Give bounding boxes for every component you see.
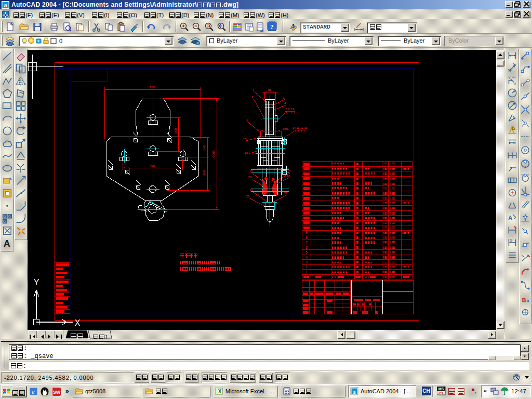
svg-text:0: 0: [59, 38, 62, 44]
svg-text:760: 760: [150, 86, 155, 89]
svg-text:490: 490: [150, 164, 155, 167]
svg-text:Y: Y: [508, 76, 511, 79]
svg-text:Y: Y: [34, 278, 39, 287]
svg-text:9005: 9005: [212, 150, 215, 157]
svg-text:a: a: [4, 2, 7, 9]
svg-text:4: 4: [284, 102, 286, 105]
svg-text:3: 3: [305, 260, 308, 264]
svg-text:1: 1: [252, 89, 255, 92]
svg-text:15: 15: [243, 138, 247, 141]
svg-text:85: 85: [268, 88, 272, 91]
svg-text:5: 5: [305, 250, 308, 254]
svg-text:250: 250: [174, 128, 177, 134]
svg-text:4: 4: [305, 256, 308, 259]
svg-text:»: »: [65, 388, 69, 395]
svg-text:1: 1: [305, 270, 308, 274]
svg-text:PY: PY: [438, 391, 444, 395]
svg-text:23: 23: [246, 195, 250, 198]
svg-text:21: 21: [250, 189, 254, 192]
svg-text:X: X: [75, 318, 81, 327]
svg-text:?: ?: [270, 23, 274, 31]
svg-text:8: 8: [305, 236, 308, 240]
svg-text:3 6 7 8: 3 6 7 8: [286, 108, 295, 111]
svg-text:X: X: [514, 82, 516, 86]
svg-text:20: 20: [248, 176, 252, 179]
svg-text:2: 2: [251, 96, 254, 99]
svg-text:17: 17: [287, 170, 291, 173]
svg-text:14 11 12 13: 14 11 12 13: [292, 126, 308, 129]
svg-text:A: A: [4, 238, 10, 249]
svg-text:e: e: [32, 388, 35, 395]
svg-text:22: 22: [284, 192, 288, 195]
svg-text:2: 2: [305, 265, 308, 269]
svg-text:18: 18: [287, 175, 290, 178]
svg-text:300: 300: [203, 170, 206, 176]
svg-text:a: a: [353, 389, 356, 395]
svg-text:140: 140: [203, 145, 206, 151]
svg-text:SW: SW: [53, 390, 61, 395]
svg-text:S: S: [510, 238, 513, 243]
svg-text:6: 6: [305, 246, 308, 249]
svg-text:165: 165: [283, 127, 288, 130]
svg-text:7: 7: [305, 241, 308, 244]
svg-text:9: 9: [305, 231, 308, 234]
svg-text:13: 13: [249, 170, 253, 173]
svg-text:n: n: [522, 295, 526, 303]
svg-text:MS: MS: [438, 387, 444, 391]
svg-text:1: 1: [283, 96, 285, 99]
svg-text:A: A: [508, 215, 512, 221]
svg-text:X: X: [218, 389, 222, 394]
svg-text:9: 9: [246, 119, 248, 122]
svg-text:16: 16: [245, 151, 248, 154]
